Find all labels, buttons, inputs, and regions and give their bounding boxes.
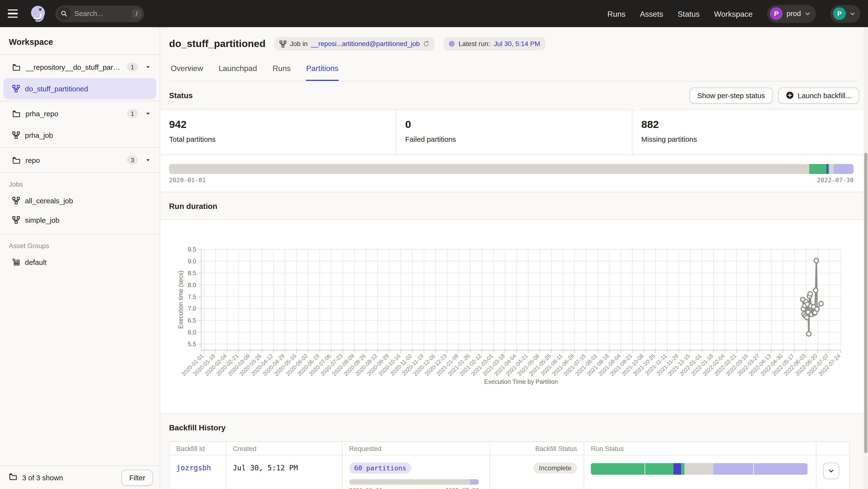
job-icon <box>12 216 20 224</box>
sidebar-repo-group: prha_repo1prha_job <box>0 101 159 148</box>
nav-link-assets[interactable]: Assets <box>640 9 663 18</box>
caret-down-icon[interactable] <box>145 155 151 165</box>
sidebar-item-prha-repo[interactable]: prha_repo1 <box>3 103 156 124</box>
latest-run-link[interactable]: Jul 30, 5:14 PM <box>494 40 540 48</box>
bar-segment-gray <box>169 164 809 174</box>
svg-text:6.5: 6.5 <box>188 317 196 324</box>
sidebar-item-label: simple_job <box>25 216 151 224</box>
stat-value: 942 <box>169 119 382 131</box>
user-menu[interactable]: P <box>830 5 860 22</box>
user-avatar: P <box>833 7 846 20</box>
bar-segment-lavender <box>470 479 479 485</box>
backfill-id-link[interactable]: jozrgsbh <box>176 463 211 472</box>
svg-text:Execution time (secs): Execution time (secs) <box>177 271 184 329</box>
deployment-switcher[interactable]: P prod <box>767 5 816 22</box>
bar-segment-lavender <box>713 463 753 475</box>
stat-label: Missing partitions <box>641 135 855 143</box>
search-placeholder: Search... <box>74 9 132 18</box>
dagster-logo-icon[interactable] <box>29 4 48 23</box>
table-row: jozrgsbh Jul 30, 5:12 PM 60 partitions 2… <box>170 455 849 489</box>
search-input[interactable]: Search... / <box>56 5 144 22</box>
sidebar-item--repository-do-stuff-partitio-[interactable]: __repository__do_stuff_partitio...1 <box>3 57 156 77</box>
sidebar-item-default[interactable]: default <box>3 253 156 271</box>
refresh-icon[interactable] <box>423 40 430 47</box>
bar-segment-green <box>591 463 645 475</box>
repo-count-label: 3 of 3 shown <box>22 473 116 482</box>
plus-circle-icon <box>786 91 794 99</box>
sidebar-item-label: prha_job <box>25 131 151 139</box>
tab-runs[interactable]: Runs <box>273 64 291 81</box>
partition-stats: 942Total partitions0Failed partitions882… <box>160 109 868 155</box>
scrollbar-thumb[interactable] <box>864 153 868 453</box>
stat-value: 882 <box>641 119 855 131</box>
column-header-requested: Requested <box>343 442 490 455</box>
sidebar-item-prha-job[interactable]: prha_job <box>3 125 156 145</box>
sidebar-item-do-stuff-partitioned[interactable]: do_stuff_partitioned <box>3 78 156 99</box>
sidebar-item-label: __repository__do_stuff_partitio... <box>26 63 122 71</box>
backfill-history-table: Backfill IdCreatedRequestedBackfill Stat… <box>169 442 849 489</box>
job-icon <box>12 131 20 139</box>
launch-backfill-button[interactable]: Launch backfill... <box>778 87 859 103</box>
stat-label: Total partitions <box>169 135 382 143</box>
sidebar-item-repo[interactable]: repo3 <box>3 150 156 171</box>
page-title: do_stuff_partitioned <box>169 38 266 50</box>
svg-text:8.0: 8.0 <box>188 282 196 288</box>
item-count-badge: 3 <box>127 156 138 165</box>
search-shortcut-key: / <box>132 9 141 18</box>
column-header-backfill-status: Backfill Status <box>490 442 584 455</box>
partition-status-bar[interactable] <box>169 164 854 174</box>
filter-button[interactable]: Filter <box>121 469 153 485</box>
requested-partitions-badge[interactable]: 60 partitions <box>349 463 411 474</box>
sidebar-footer: 3 of 3 shown Filter <box>0 465 159 489</box>
folder-icon <box>9 472 17 483</box>
caret-down-icon[interactable] <box>145 108 151 119</box>
svg-text:9.5: 9.5 <box>188 246 196 253</box>
deployment-name: prod <box>786 9 801 18</box>
sidebar-item-label: repo <box>26 156 122 164</box>
backfill-status-badge: Incomplete <box>533 463 577 474</box>
sidebar-repo-group: __repository__do_stuff_partitio...1do_st… <box>0 55 159 101</box>
page-scrollbar[interactable] <box>864 27 868 489</box>
sidebar-item-all-cereals-job[interactable]: all_cereals_job <box>3 191 156 210</box>
bar-segment-gray <box>684 463 713 475</box>
nav-link-runs[interactable]: Runs <box>607 9 625 18</box>
top-nav: Search... / RunsAssetsStatusWorkspace P … <box>0 0 868 27</box>
nav-link-status[interactable]: Status <box>678 9 700 18</box>
sidebar-section-label: Jobs <box>0 173 159 191</box>
sidebar-items: __repository__do_stuff_partitio...1do_st… <box>0 54 159 465</box>
item-count-badge: 1 <box>127 63 138 71</box>
requested-end-date: 2022-07-30 <box>446 488 479 489</box>
tab-launchpad[interactable]: Launchpad <box>219 64 257 81</box>
hamburger-menu-icon[interactable] <box>8 5 25 22</box>
tab-overview[interactable]: Overview <box>171 64 203 81</box>
sidebar-title: Workspace <box>0 27 159 54</box>
job-tag-link[interactable]: __reposi...artitioned@partitioned_job <box>311 40 420 48</box>
stat-failed-partitions: 0Failed partitions <box>396 110 632 155</box>
show-per-step-status-button[interactable]: Show per-step status <box>689 87 773 103</box>
main-content: do_stuff_partitioned Job in __reposi...a… <box>160 27 868 489</box>
nav-link-workspace[interactable]: Workspace <box>714 9 753 18</box>
svg-text:7.5: 7.5 <box>188 293 196 300</box>
run-status-bar[interactable] <box>591 463 808 475</box>
sidebar-item-label: all_cereals_job <box>25 196 151 204</box>
run-status-dot-icon <box>449 41 455 46</box>
run-duration-heading: Run duration <box>169 201 859 210</box>
bar-segment-lavender <box>754 463 808 475</box>
sidebar-item-simple-job[interactable]: simple_job <box>3 210 156 229</box>
sidebar-repo-group: repo3 <box>0 148 159 173</box>
tab-partitions[interactable]: Partitions <box>306 64 338 81</box>
caret-down-icon[interactable] <box>145 62 151 72</box>
job-icon <box>12 85 20 93</box>
asset-icon <box>12 258 20 266</box>
folder-icon <box>12 156 20 164</box>
chevron-down-icon <box>805 11 810 17</box>
job-tabs: OverviewLaunchpadRunsPartitions <box>169 64 859 82</box>
chevron-down-icon <box>850 11 856 17</box>
sidebar-item-label: prha_repo <box>26 109 122 118</box>
stat-label: Failed partitions <box>405 135 619 143</box>
expand-row-button[interactable] <box>823 463 839 479</box>
svg-text:6.0: 6.0 <box>188 329 196 336</box>
bar-segment-green <box>682 463 685 475</box>
column-header-created: Created <box>226 442 343 455</box>
bar-segment-green <box>645 463 674 475</box>
